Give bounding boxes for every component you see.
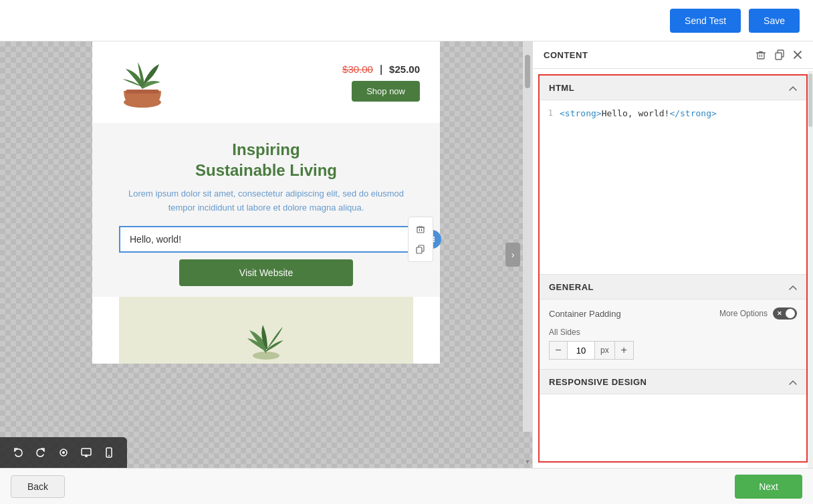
right-panel: CONTENT: [532, 41, 813, 468]
visit-block: Visit Website: [92, 253, 440, 297]
save-button[interactable]: Save: [749, 9, 800, 33]
svg-point-16: [62, 451, 65, 454]
container-padding-row: Container Padding More Options ✕: [540, 299, 806, 325]
panel-scroll-thumb: [808, 74, 812, 127]
panel-header-icons: [756, 49, 802, 60]
toolbar-bottom: [0, 437, 127, 468]
svg-rect-13: [417, 247, 422, 253]
all-sides-label: All Sides: [549, 328, 797, 337]
responsive-section-collapse[interactable]: [789, 376, 797, 387]
svg-rect-23: [758, 53, 764, 59]
mobile-view-button[interactable]: [99, 443, 119, 463]
code-editor[interactable]: 1 <strong>Hello, world!</strong>: [540, 100, 806, 274]
more-options-toggle[interactable]: ✕: [773, 307, 797, 320]
html-block-content: Hello, world!: [130, 234, 181, 245]
padding-unit: px: [594, 341, 615, 360]
padding-increase-button[interactable]: +: [615, 341, 634, 360]
general-section-label: GENERAL: [549, 282, 594, 292]
price-old: $30.00: [342, 64, 373, 75]
padding-stepper: − px +: [549, 341, 797, 360]
panel-content-border: HTML 1 <strong>Hello, world!</strong>: [538, 74, 808, 463]
scroll-arrow-down[interactable]: ▼: [524, 458, 531, 465]
svg-rect-8: [417, 227, 424, 233]
price-new: $25.00: [389, 64, 420, 75]
html-section-header: HTML: [540, 76, 806, 100]
next-button[interactable]: Next: [735, 475, 802, 499]
html-section-collapse[interactable]: [789, 82, 797, 93]
price-line: $30.00 | $25.00: [342, 64, 420, 76]
delete-panel-button[interactable]: [756, 49, 766, 60]
all-sides-row: All Sides − px +: [540, 325, 806, 369]
delete-block-button[interactable]: [411, 220, 430, 239]
canvas-scroll-thumb: [525, 55, 530, 88]
send-test-button[interactable]: Send Test: [670, 9, 741, 33]
panel-header: CONTENT: [533, 41, 813, 69]
svg-point-7: [433, 241, 435, 242]
container-padding-label: Container Padding: [549, 309, 621, 319]
top-bar: Send Test Save: [0, 0, 813, 41]
bottom-nav: Back Next: [0, 468, 813, 504]
section-responsive: RESPONSIVE DESIGN: [540, 369, 806, 394]
line-number: 1: [540, 108, 560, 118]
html-block[interactable]: Hello, world!: [119, 226, 413, 253]
product-image: [112, 52, 172, 112]
code-content: <strong>Hello, world!</strong>: [560, 108, 717, 118]
product-block: $30.00 | $25.00 Shop now: [92, 41, 440, 123]
padding-decrease-button[interactable]: −: [549, 341, 568, 360]
bottom-plant-image: [239, 297, 293, 364]
html-section-label: HTML: [549, 83, 574, 93]
svg-point-5: [433, 239, 435, 240]
block-actions: [408, 217, 433, 262]
bottom-image-block: [119, 297, 413, 364]
section-general: GENERAL Container Padding More Options: [540, 274, 806, 369]
setting-right: More Options ✕: [719, 307, 797, 320]
html-block-container: Hello, world!: [92, 226, 440, 253]
code-line-1: 1 <strong>Hello, world!</strong>: [540, 107, 806, 120]
visit-website-button[interactable]: Visit Website: [179, 259, 353, 286]
responsive-section-label: RESPONSIVE DESIGN: [549, 377, 647, 387]
inspiring-title: Inspiring Sustainable Living: [119, 139, 413, 180]
panel-scrollbar[interactable]: [808, 71, 813, 468]
shop-now-button[interactable]: Shop now: [352, 81, 420, 102]
email-frame: $30.00 | $25.00 Shop now Inspiring Susta…: [92, 41, 440, 364]
back-button[interactable]: Back: [11, 475, 65, 498]
svg-rect-28: [776, 53, 782, 59]
preview-button[interactable]: [53, 443, 74, 463]
toggle-thumb: [786, 309, 795, 318]
padding-value-input[interactable]: [568, 341, 594, 360]
text-block: Inspiring Sustainable Living Lorem ipsum…: [92, 123, 440, 226]
canvas-scrollbar[interactable]: [523, 41, 532, 432]
more-options-label: More Options: [719, 309, 768, 318]
general-section-header: GENERAL: [540, 275, 806, 299]
product-info: $30.00 | $25.00 Shop now: [186, 64, 420, 102]
canvas-collapse-chevron[interactable]: ›: [505, 243, 520, 267]
svg-point-22: [108, 455, 110, 457]
svg-rect-17: [82, 449, 91, 455]
svg-point-3: [433, 237, 435, 238]
price-separator: |: [380, 64, 382, 76]
duplicate-block-button[interactable]: [411, 240, 430, 259]
main-area: $30.00 | $25.00 Shop now Inspiring Susta…: [0, 41, 813, 468]
close-panel-button[interactable]: [793, 50, 802, 59]
panel-title: CONTENT: [544, 50, 588, 60]
lorem-text: Lorem ipsum dolor sit amet, consectetur …: [119, 187, 413, 215]
copy-panel-button[interactable]: [774, 49, 785, 60]
canvas-area: $30.00 | $25.00 Shop now Inspiring Susta…: [0, 41, 532, 468]
toggle-x-icon: ✕: [777, 310, 782, 317]
undo-button[interactable]: [8, 443, 28, 463]
section-html: HTML 1 <strong>Hello, world!</strong>: [540, 76, 806, 274]
svg-rect-1: [126, 90, 159, 94]
redo-button[interactable]: [31, 443, 51, 463]
general-section-collapse[interactable]: [789, 281, 797, 292]
responsive-section-header: RESPONSIVE DESIGN: [540, 370, 806, 394]
desktop-view-button[interactable]: [76, 443, 96, 463]
